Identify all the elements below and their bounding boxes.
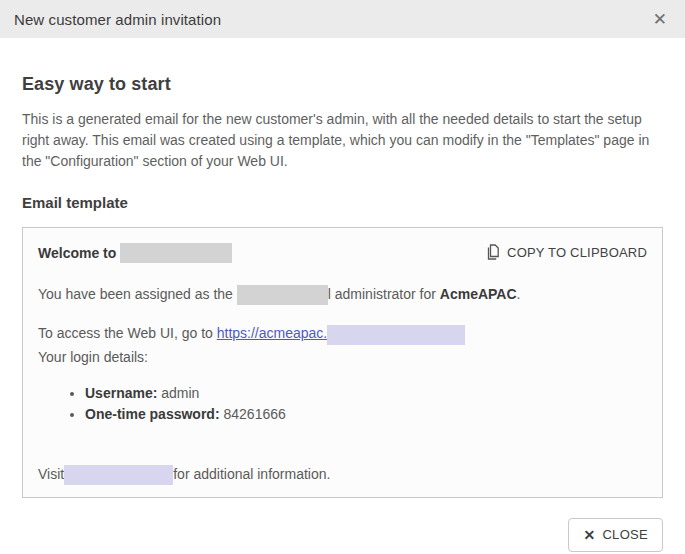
visit-line: Visitfor additional information. [38,464,647,485]
copy-to-clipboard-button[interactable]: COPY TO CLIPBOARD [487,244,647,261]
username-value: admin [161,385,199,401]
redacted-visit-url [64,465,173,485]
assigned-prefix: You have been assigned as the [38,286,233,302]
close-button-x-icon: ✕ [583,528,595,542]
password-value: 84261666 [223,406,285,422]
redacted-customer-name [120,243,232,263]
dialog-content: Easy way to start This is a generated em… [0,74,685,498]
welcome-line: Welcome to [38,243,232,263]
visit-suffix: for additional information. [173,466,330,482]
new-customer-admin-invitation-dialog: New customer admin invitation ✕ Easy way… [0,0,685,554]
assigned-suffix: . [517,286,521,302]
email-template-box: Welcome to COPY TO CLIPBOARD You have be… [22,227,663,498]
credentials-list: Username: admin One-time password: 84261… [85,383,647,425]
email-template-header-row: Welcome to COPY TO CLIPBOARD [38,243,647,263]
copy-to-clipboard-label: COPY TO CLIPBOARD [507,245,647,260]
list-item-username: Username: admin [85,383,647,404]
list-item-password: One-time password: 84261666 [85,404,647,425]
copy-pages-icon [487,244,502,261]
email-template-label: Email template [22,194,663,211]
access-line: To access the Web UI, go to https://acme… [38,323,647,344]
page-title: Easy way to start [22,74,663,95]
welcome-prefix: Welcome to [38,245,116,261]
login-details-label: Your login details: [38,347,647,368]
dialog-title: New customer admin invitation [14,11,221,28]
company-name: AcmeAPAC [440,286,517,302]
dialog-footer: ✕ CLOSE [0,518,685,552]
redacted-url [327,325,465,345]
assigned-middle: l administrator for [328,286,436,302]
password-label: One-time password: [85,406,220,422]
close-button[interactable]: ✕ CLOSE [568,518,663,552]
redacted-role [237,285,328,305]
access-prefix: To access the Web UI, go to [38,325,213,341]
dialog-titlebar: New customer admin invitation ✕ [0,0,685,38]
close-button-label: CLOSE [602,527,648,542]
description-text: This is a generated email for the new cu… [22,109,663,172]
visit-prefix: Visit [38,466,64,482]
assigned-line: You have been assigned as the l administ… [38,284,647,305]
close-icon[interactable]: ✕ [651,9,669,30]
username-label: Username: [85,385,157,401]
web-ui-link[interactable]: https://acmeapac. [217,325,328,341]
